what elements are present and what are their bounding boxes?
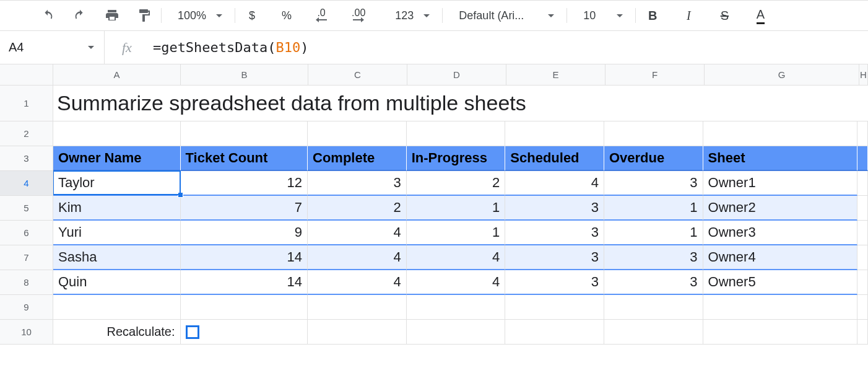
cell-owner[interactable]: Yuri <box>53 221 181 245</box>
empty-cell[interactable] <box>505 295 604 320</box>
row-header-7[interactable]: 7 <box>0 245 53 270</box>
empty-cell[interactable] <box>857 121 868 146</box>
empty-cell[interactable] <box>857 146 868 171</box>
cell-num[interactable]: 3 <box>505 270 604 295</box>
cell-num[interactable]: 3 <box>505 245 604 270</box>
empty-cell[interactable] <box>407 320 506 345</box>
empty-cell[interactable] <box>604 295 703 320</box>
column-header-E[interactable]: E <box>506 64 605 86</box>
cell-num[interactable]: 3 <box>604 171 703 196</box>
header-scheduled[interactable]: Scheduled <box>505 146 604 171</box>
empty-cell[interactable] <box>703 121 857 146</box>
row-header-8[interactable]: 8 <box>0 270 53 295</box>
header-overdue[interactable]: Overdue <box>604 146 703 171</box>
cell-num[interactable]: 4 <box>407 245 506 270</box>
recalc-checkbox-cell[interactable] <box>181 320 308 345</box>
strikethrough-button[interactable]: S <box>714 5 735 26</box>
format-percent-button[interactable]: % <box>276 5 297 26</box>
empty-cell[interactable] <box>703 320 857 345</box>
empty-cell[interactable] <box>857 196 868 221</box>
header-ticket-count[interactable]: Ticket Count <box>181 146 308 171</box>
empty-cell[interactable] <box>53 295 181 320</box>
column-header-F[interactable]: F <box>605 64 705 86</box>
cell-num[interactable]: 1 <box>407 196 506 221</box>
text-color-button[interactable]: A <box>750 5 771 26</box>
empty-cell[interactable] <box>505 320 604 345</box>
header-owner-name[interactable]: Owner Name <box>53 146 181 171</box>
increase-decimal-button[interactable]: .00 <box>345 5 371 26</box>
empty-cell[interactable] <box>857 295 868 320</box>
header-sheet[interactable]: Sheet <box>703 146 857 171</box>
font-select[interactable]: Default (Ari... <box>449 9 560 22</box>
empty-cell[interactable] <box>407 295 506 320</box>
recalc-checkbox[interactable] <box>186 325 199 339</box>
title-cell[interactable]: Summarize spreadsheet data from multiple… <box>53 86 868 121</box>
empty-cell[interactable] <box>857 270 868 295</box>
row-header-2[interactable]: 2 <box>0 121 53 146</box>
cell-num[interactable]: 14 <box>181 270 308 295</box>
cell-num[interactable]: 1 <box>604 221 703 245</box>
empty-cell[interactable] <box>857 221 868 245</box>
row-header-5[interactable]: 5 <box>0 196 53 221</box>
redo-button[interactable] <box>69 5 90 26</box>
more-formats-button[interactable]: 123 <box>385 9 436 22</box>
row-header-3[interactable]: 3 <box>0 146 53 171</box>
cell-num[interactable]: 1 <box>407 221 506 245</box>
cell-owner[interactable]: Kim <box>53 196 181 221</box>
select-all-corner[interactable] <box>0 64 53 86</box>
empty-cell[interactable] <box>857 320 868 345</box>
cell-owner[interactable]: Quin <box>53 270 181 295</box>
cell-num[interactable]: 12 <box>181 171 308 196</box>
cell-owner[interactable]: Taylor <box>53 171 181 196</box>
cell-sheet[interactable]: Owner4 <box>703 245 857 270</box>
cell-num[interactable]: 3 <box>308 171 407 196</box>
cell-num[interactable]: 3 <box>505 196 604 221</box>
empty-cell[interactable] <box>308 320 407 345</box>
empty-cell[interactable] <box>308 295 407 320</box>
empty-cell[interactable] <box>604 121 703 146</box>
cell-num[interactable]: 7 <box>181 196 308 221</box>
empty-cell[interactable] <box>53 121 181 146</box>
cell-num[interactable]: 4 <box>407 270 506 295</box>
format-currency-button[interactable]: $ <box>241 5 263 26</box>
empty-cell[interactable] <box>857 171 868 196</box>
column-header-G[interactable]: G <box>705 64 859 86</box>
cell-num[interactable]: 1 <box>604 196 703 221</box>
italic-button[interactable]: I <box>678 5 699 26</box>
cell-num[interactable]: 3 <box>604 245 703 270</box>
row-header-10[interactable]: 10 <box>0 320 53 345</box>
cell-num[interactable]: 3 <box>604 270 703 295</box>
zoom-select[interactable]: 100% <box>168 9 228 22</box>
cell-num[interactable]: 3 <box>505 221 604 245</box>
empty-cell[interactable] <box>703 295 857 320</box>
empty-cell[interactable] <box>181 295 308 320</box>
recalc-label-cell[interactable]: Recalculate: <box>53 320 181 345</box>
cell-num[interactable]: 14 <box>181 245 308 270</box>
cell-num[interactable]: 4 <box>308 270 407 295</box>
cell-sheet[interactable]: Owner1 <box>703 171 857 196</box>
column-header-H[interactable]: H <box>859 64 868 86</box>
empty-cell[interactable] <box>857 245 868 270</box>
cell-num[interactable]: 2 <box>308 196 407 221</box>
row-header-9[interactable]: 9 <box>0 295 53 320</box>
bold-button[interactable]: B <box>642 5 663 26</box>
undo-button[interactable] <box>37 5 58 26</box>
column-header-C[interactable]: C <box>308 64 407 86</box>
name-box[interactable]: A4 <box>0 40 104 55</box>
header-complete[interactable]: Complete <box>308 146 407 171</box>
cell-num[interactable]: 4 <box>308 221 407 245</box>
header-in-progress[interactable]: In-Progress <box>407 146 506 171</box>
empty-cell[interactable] <box>407 121 506 146</box>
cell-num[interactable]: 4 <box>308 245 407 270</box>
cell-owner[interactable]: Sasha <box>53 245 181 270</box>
row-header-1[interactable]: 1 <box>0 86 53 121</box>
cell-sheet[interactable]: Owner3 <box>703 221 857 245</box>
cell-num[interactable]: 9 <box>181 221 308 245</box>
print-button[interactable] <box>102 5 123 26</box>
empty-cell[interactable] <box>505 121 604 146</box>
cell-sheet[interactable]: Owner5 <box>703 270 857 295</box>
row-header-6[interactable]: 6 <box>0 221 53 245</box>
empty-cell[interactable] <box>181 121 308 146</box>
column-header-B[interactable]: B <box>181 64 308 86</box>
cell-num[interactable]: 4 <box>505 171 604 196</box>
